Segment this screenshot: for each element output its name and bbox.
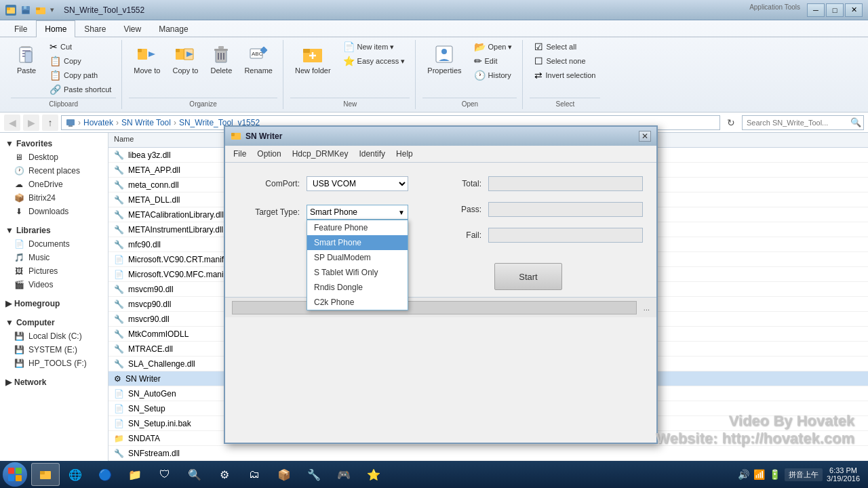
dropdown-item-c2k[interactable]: C2k Phone bbox=[307, 295, 408, 310]
target-type-dropdown: Feature Phone Smart Phone SP DualModem S… bbox=[307, 220, 408, 310]
dropdown-item-rndis[interactable]: Rndis Dongle bbox=[307, 280, 408, 295]
dropdown-item-tablet-wifi[interactable]: S Tablet Wifi Only bbox=[307, 265, 408, 280]
taskbar-time[interactable]: 6:33 PM 3/19/2016 bbox=[827, 466, 860, 483]
target-type-display[interactable]: Smart Phone ▼ bbox=[307, 205, 408, 220]
taskbar-item-explorer[interactable] bbox=[31, 463, 60, 486]
pass-label: Pass: bbox=[448, 205, 481, 214]
taskbar-item-folder[interactable]: 📁 bbox=[121, 463, 149, 486]
explorer-window: ▾ SN_Write_Tool_v1552 Application Tools … bbox=[0, 0, 868, 488]
svg-rect-47 bbox=[16, 468, 22, 474]
dialog-right-panel: Total: Pass: Fail: bbox=[448, 176, 643, 243]
svg-rect-48 bbox=[8, 475, 14, 481]
dialog-menu-file[interactable]: File bbox=[228, 147, 252, 161]
com-port-select[interactable]: USB VCOM bbox=[307, 176, 408, 191]
dropdown-item-feature-phone[interactable]: Feature Phone bbox=[307, 220, 408, 235]
dialog-buttons: Quit Start bbox=[225, 256, 656, 297]
taskbar-settings-icon: ⚙ bbox=[218, 468, 231, 481]
taskbar-item-magnifier[interactable]: 🔍 bbox=[180, 463, 209, 486]
taskbar-item-ie[interactable]: 🌐 bbox=[61, 463, 90, 486]
dialog-body: ComPort: USB VCOM Target Type: Smart P bbox=[225, 163, 656, 256]
svg-rect-45 bbox=[231, 133, 235, 136]
target-type-row: Target Type: Smart Phone ▼ Feature Phone… bbox=[239, 205, 434, 220]
taskbar-star-icon: ⭐ bbox=[367, 468, 380, 481]
tray-icon-1: 🔊 bbox=[738, 469, 749, 480]
tray-icon-3: 🔋 bbox=[769, 469, 781, 480]
taskbar-start-button[interactable] bbox=[3, 462, 27, 487]
tray-icon-2: 📶 bbox=[753, 469, 765, 480]
windows-logo-icon bbox=[7, 467, 22, 482]
taskbar-files-icon: 🗂 bbox=[248, 468, 261, 481]
dialog-title-icon bbox=[231, 131, 241, 142]
target-type-label: Target Type: bbox=[239, 207, 300, 217]
fail-row: Fail: bbox=[448, 228, 643, 243]
taskbar-item-package[interactable]: 📦 bbox=[270, 463, 298, 486]
taskbar-magnifier-icon: 🔍 bbox=[188, 468, 201, 481]
com-port-row: ComPort: USB VCOM bbox=[239, 176, 434, 191]
taskbar-app-icon: 🎮 bbox=[337, 468, 351, 481]
pass-row: Pass: bbox=[448, 202, 643, 217]
taskbar-tool-icon: 🔧 bbox=[307, 468, 321, 481]
dialog-status-text: ... bbox=[644, 304, 650, 312]
fail-label: Fail: bbox=[448, 230, 481, 240]
dialog-menu-identify[interactable]: Identify bbox=[353, 147, 391, 161]
taskbar-lang-button[interactable]: 拼音上午 bbox=[785, 468, 823, 481]
dialog-menu: File Option Hdcp_DRMKey Identify Help bbox=[225, 146, 656, 163]
taskbar-item-app[interactable]: 🎮 bbox=[330, 463, 358, 486]
pass-input[interactable] bbox=[488, 202, 643, 217]
taskbar-item-tool[interactable]: 🔧 bbox=[300, 463, 328, 486]
com-port-select-wrapper: USB VCOM bbox=[307, 176, 434, 191]
target-type-arrow-icon: ▼ bbox=[398, 209, 405, 216]
taskbar-tray: 🔊 📶 🔋 拼音上午 6:33 PM 3/19/2016 bbox=[732, 466, 865, 483]
dialog-menu-option[interactable]: Option bbox=[252, 147, 286, 161]
target-type-value: Smart Phone bbox=[310, 207, 357, 217]
total-label: Total: bbox=[448, 179, 481, 188]
taskbar-item-star[interactable]: ⭐ bbox=[359, 463, 388, 486]
dialog-left-panel: ComPort: USB VCOM Target Type: Smart P bbox=[239, 176, 434, 243]
taskbar-package-icon: 📦 bbox=[277, 468, 291, 481]
dialog-title-left: SN Writer bbox=[231, 131, 282, 142]
com-port-label: ComPort: bbox=[239, 179, 300, 188]
dropdown-item-smart-phone[interactable]: Smart Phone bbox=[307, 235, 408, 250]
taskbar-shield-icon: 🛡 bbox=[158, 468, 172, 481]
dialog-progress-bar bbox=[232, 301, 637, 314]
taskbar-date-value: 3/19/2016 bbox=[827, 474, 860, 483]
taskbar-item-chrome[interactable]: 🔵 bbox=[91, 463, 119, 486]
target-type-select-wrapper: Smart Phone ▼ Feature Phone Smart Phone … bbox=[307, 205, 434, 220]
total-row: Total: bbox=[448, 176, 643, 191]
taskbar-chrome-icon: 🔵 bbox=[98, 468, 112, 481]
taskbar: 🌐 🔵 📁 🛡 🔍 ⚙ 🗂 📦 🔧 🎮 ⭐ bbox=[0, 461, 868, 488]
fail-input[interactable] bbox=[488, 228, 643, 243]
taskbar-folder-icon: 📁 bbox=[128, 468, 142, 481]
dialog-status: ... bbox=[225, 297, 656, 317]
taskbar-item-settings[interactable]: ⚙ bbox=[210, 463, 239, 486]
dialog-menu-help[interactable]: Help bbox=[391, 147, 418, 161]
svg-rect-49 bbox=[16, 475, 22, 481]
sn-writer-dialog: SN Writer ✕ File Option Hdcp_DRMKey Iden… bbox=[224, 125, 658, 444]
taskbar-time-value: 6:33 PM bbox=[829, 466, 857, 474]
taskbar-explorer-icon bbox=[39, 468, 52, 481]
dialog-title-text: SN Writer bbox=[245, 131, 282, 141]
taskbar-item-shield[interactable]: 🛡 bbox=[151, 463, 179, 486]
svg-rect-51 bbox=[40, 471, 45, 474]
dialog-menu-hdcp[interactable]: Hdcp_DRMKey bbox=[287, 147, 354, 161]
taskbar-ie-icon: 🌐 bbox=[68, 468, 82, 481]
total-input[interactable] bbox=[488, 176, 643, 191]
taskbar-item-files[interactable]: 🗂 bbox=[240, 463, 269, 486]
dialog-close-button[interactable]: ✕ bbox=[639, 131, 651, 142]
svg-rect-46 bbox=[8, 468, 14, 474]
dropdown-item-sp-dual[interactable]: SP DualModem bbox=[307, 250, 408, 265]
dialog-overlay: SN Writer ✕ File Option Hdcp_DRMKey Iden… bbox=[0, 0, 868, 488]
dialog-title-bar: SN Writer ✕ bbox=[225, 127, 656, 146]
start-button[interactable]: Start bbox=[494, 263, 562, 290]
